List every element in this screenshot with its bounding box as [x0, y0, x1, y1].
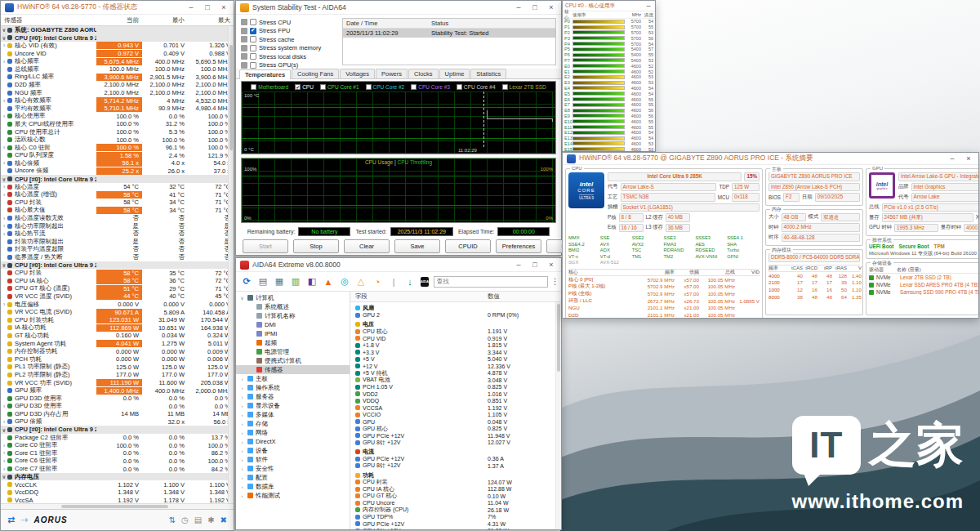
sensor-row[interactable]: CPU GT 核心 (温度) 51 °C 29 °C 71 °C	[1, 285, 234, 293]
legend-checkbox[interactable]	[366, 84, 372, 90]
expand-caret-icon[interactable]	[1, 191, 7, 199]
sensor-row[interactable]: GPU D3D 内存占用 14 MB 11 MB 14 MB	[1, 410, 234, 418]
sensor-row[interactable]: 核心最大值 58 °C 34 °C 71 °C	[1, 207, 234, 215]
stability-tab[interactable]: Temperatures	[239, 69, 291, 79]
sensor-row[interactable]: Uncore 倍频 25.2 x 26.0 x 37.0 x	[1, 167, 234, 176]
expand-caret-icon[interactable]	[1, 26, 7, 33]
tree-item[interactable]: › 数据库	[236, 482, 350, 491]
value-row[interactable]: CPU VID 0.919 V	[355, 335, 561, 342]
sensor-row[interactable]: 封装平均温度超限 否 否 否	[1, 246, 234, 254]
sensor-row[interactable]: CPU [#0]: Intel Core Ultra 9 285K: Enhan…	[1, 261, 234, 270]
stability-tab[interactable]: Uptime	[439, 69, 470, 78]
sensor-row[interactable]: 内存控制器功耗 0.000 W 0.000 W 0.009 W	[1, 347, 234, 355]
stability-tab[interactable]: Voltages	[340, 69, 375, 78]
value-row[interactable]: +1.8 V 1.815 V	[355, 342, 561, 350]
stability-button[interactable]: Clear	[344, 239, 390, 253]
stress-item[interactable]: Stress CPU	[241, 18, 337, 27]
minimize-icon[interactable]: –	[183, 2, 199, 14]
settings-gear-icon[interactable]: ✱	[207, 515, 214, 524]
minimize-icon[interactable]: –	[510, 259, 527, 271]
sensor-row[interactable]: 核心温度 54 °C 32 °C 72 °C	[1, 183, 234, 191]
maximize-icon[interactable]: □	[199, 2, 216, 14]
stability-button[interactable]: Preferences	[496, 239, 541, 253]
tree-item[interactable]: ∨ 计算机	[236, 293, 350, 302]
log-col-status[interactable]: Status	[431, 20, 555, 27]
sensor-row[interactable]: Core C0 驻留率 100.0 % 0.0 % 100.0 %	[1, 441, 234, 449]
sensor-row[interactable]: PCH 功耗 0.000 W 0.000 W 0.006 W	[1, 355, 234, 364]
stress-item[interactable]: Stress system memory	[241, 44, 337, 53]
sensor-row[interactable]: GPU 频率 1,400.0 MHz 400.0 MHz 2,000.0 MHz	[1, 386, 234, 395]
legend-item[interactable]: CPU Core #4	[457, 84, 496, 90]
stability-tab[interactable]: Powers	[376, 69, 408, 78]
tree-item[interactable]: › DirectX	[236, 437, 350, 446]
value-row[interactable]: +5 V 5.040 V	[355, 356, 561, 364]
tree-item[interactable]: DMI	[236, 320, 350, 329]
value-row[interactable]: CPU GT 核心 0.10 W	[355, 493, 561, 500]
stability-button[interactable]: Start	[243, 239, 288, 253]
refresh-icon[interactable]: ⟳	[241, 276, 252, 288]
expand-caret-icon[interactable]	[1, 215, 7, 222]
close-icon[interactable]: ×	[543, 259, 559, 271]
search-input[interactable]	[434, 276, 548, 288]
sensor-titlebar[interactable]: HWiNFO® 64 v8.28-5770 - 传感器状态 – □ ×	[1, 1, 234, 15]
cpu-icon[interactable]: ▦	[274, 276, 285, 288]
memory-icon[interactable]: ▥	[290, 276, 301, 288]
legend-item[interactable]: Motherboard	[251, 84, 288, 90]
expand-caret-icon[interactable]	[1, 144, 7, 151]
sensor-row[interactable]: CPU 使用率总计 100.0 % 5.3 % 100.0 %	[1, 128, 234, 136]
legend-checkbox[interactable]	[457, 84, 462, 90]
sensor-row[interactable]: 核心频率 5,675.4 MHz 400.0 MHz 5,690.5 MHz	[1, 57, 234, 65]
legend-item[interactable]: CPU	[295, 84, 314, 90]
minimize-icon[interactable]: –	[644, 2, 653, 11]
tree-item[interactable]: › 显示设备	[236, 401, 350, 410]
log-row-selected[interactable]: 2025/11/3 11:02:29 Stability Test: Start…	[343, 29, 555, 38]
expand-caret-icon[interactable]	[1, 442, 7, 449]
report-icon[interactable]: ▤	[194, 515, 202, 524]
report-icon[interactable]: ▤	[257, 276, 269, 288]
kebab-menu-icon[interactable]: ⋮	[551, 277, 559, 286]
expand-caret-icon[interactable]	[1, 449, 7, 457]
gpu-icon[interactable]: ◧	[306, 276, 318, 288]
minimize-icon[interactable]: –	[944, 153, 960, 165]
stress-item[interactable]: Stress FPU	[241, 27, 337, 36]
tree-caret-icon[interactable]: ›	[239, 431, 245, 435]
sensor-row[interactable]: 核心功率限制超出 是 否 是	[1, 222, 234, 230]
value-row[interactable]: GPU 8针 +12V 21.32 W	[355, 528, 561, 530]
tree-caret-icon[interactable]: ›	[239, 448, 245, 453]
sensor-row[interactable]: Core C7 驻留率 0.0 % 0.0 % 84.2 %	[1, 465, 234, 473]
sensor-row[interactable]: NGU 频率 2,100.0 MHz 2,100.0 MHz 2,100.0 M…	[1, 89, 234, 97]
legend-item[interactable]: CPU Core #1	[320, 84, 359, 90]
expand-caret-icon[interactable]	[1, 473, 7, 480]
benchmark-icon[interactable]: △	[355, 276, 367, 288]
col-min[interactable]: 最小	[142, 16, 188, 25]
legend-checkbox[interactable]	[295, 84, 301, 90]
sensor-row[interactable]: 核心热节流 否 否 否	[1, 230, 234, 238]
tree-item[interactable]: 计算机名称	[236, 311, 350, 320]
sensor-row[interactable]: Core C1 驻留率 0.0 % 0.0 % 86.2 %	[1, 449, 234, 457]
sensor-row[interactable]: 核心使用率 100.0 % 0.0 % 100.0 %	[1, 113, 234, 121]
legend-checkbox[interactable]	[411, 84, 416, 90]
tree-item[interactable]: › 安全性	[236, 464, 350, 473]
tree-item[interactable]: 电源管理	[236, 347, 350, 356]
expand-caret-icon[interactable]	[1, 34, 7, 42]
value-row[interactable]: GPU 2 0 RPM (0%)	[355, 312, 561, 319]
expand-caret-icon[interactable]	[1, 426, 7, 434]
maximize-icon[interactable]: □	[527, 2, 543, 14]
value-row[interactable]: GPU 8针 +12V 12.027 V	[355, 440, 561, 447]
tree-item[interactable]: IPMI	[236, 329, 350, 338]
expand-caret-icon[interactable]	[1, 222, 7, 230]
value-row[interactable]: +3.3 V 3.344 V	[355, 349, 561, 356]
tree-item[interactable]: › 服务器	[236, 392, 350, 401]
sensor-row[interactable]: Package C2 驻留率 0.0 % 0.0 % 13.7 %	[1, 434, 234, 442]
expand-caret-icon[interactable]	[1, 97, 7, 105]
separator[interactable]: |	[388, 276, 399, 288]
sensor-row[interactable]: GPU D3D 使用率 0.0 % 0.0 % 0.0 %	[1, 395, 234, 403]
sensor-row[interactable]: 活跃核心数 100.0 % 100.0 % 100.0 %	[1, 136, 234, 144]
stability-tab[interactable]: Statistics	[470, 69, 506, 78]
stability-button[interactable]: Save	[394, 239, 440, 253]
sensor-row[interactable]: CPU 封装 58 °C 34 °C 71 °C	[1, 199, 234, 207]
sensor-row[interactable]: Core C6 驻留率 0.0 % 0.0 % 100.0 %	[1, 457, 234, 466]
expand-caret-icon[interactable]	[1, 457, 7, 465]
prev-page-icon[interactable]: ⇄	[7, 515, 15, 525]
value-row[interactable]: GPU 8针 +12V 1.37 A	[355, 462, 561, 470]
